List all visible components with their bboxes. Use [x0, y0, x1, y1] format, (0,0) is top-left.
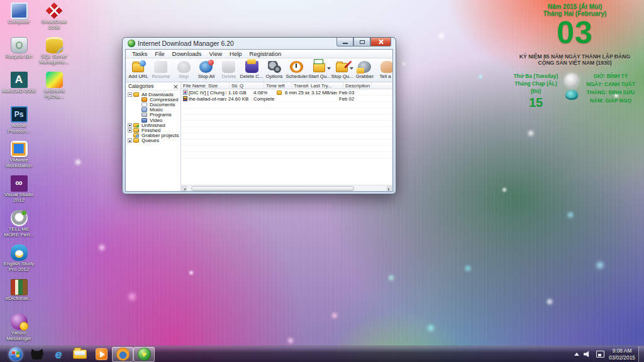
close-button[interactable]	[370, 38, 391, 47]
edictionary-icon	[11, 279, 28, 295]
options-icon	[268, 61, 281, 73]
download-row[interactable]: the-ballad-of-naray... 24.60 KB Complete…	[181, 96, 392, 102]
scroll-left-arrow[interactable]	[182, 186, 187, 191]
last-try-cell: Feb 03 ...	[337, 90, 354, 96]
categories-tree: All Downloads Compressed Documents	[126, 90, 180, 143]
file-name-cell: [DIC IV] [ Chung K...	[181, 90, 226, 96]
idm-window: Internet Download Manager 6.20 Tasks Fil…	[122, 37, 396, 194]
tell-friend-icon	[380, 61, 392, 73]
category-label: Queues	[140, 138, 160, 143]
toolbar-stop-queue[interactable]: Stop Qu...	[331, 58, 353, 82]
taskbar-app-explorer[interactable]	[69, 347, 91, 362]
menu-registration[interactable]: Registration	[246, 50, 286, 57]
column-time-left[interactable]: Time left	[264, 82, 292, 89]
column-status[interactable]: Status	[230, 82, 238, 89]
desktop-icon-pycharm[interactable]: JetBrains PyCha...	[36, 72, 72, 106]
column-transfer-rate[interactable]: Transfer rate	[292, 82, 309, 89]
download-row[interactable]: [DIC IV] [ Chung K... 1.16 GB 4.08% 6 mi…	[181, 89, 392, 96]
calendar-caption: KỶ NIỆM 85 NĂM NGÀY THÀNH LẬP ĐẢNG CỘNG …	[511, 53, 639, 67]
network-icon[interactable]	[596, 351, 604, 358]
tree-toggle-icon[interactable]	[128, 92, 132, 97]
desktop-icon-autocad[interactable]: AutoCAD 2008	[1, 72, 36, 106]
menu-help[interactable]: Help	[226, 50, 246, 57]
toolbar-button-label: Tell a F	[379, 74, 392, 79]
tray-clock[interactable]: 9:08 AM 03/02/2015	[609, 348, 635, 361]
menu-file[interactable]: File	[151, 50, 168, 57]
categories-close-icon[interactable]	[174, 84, 178, 89]
desktop-icon-edictionary[interactable]: eDictionar...	[1, 279, 36, 314]
desktop-icon-photoshop[interactable]: Adobe Photosh...	[1, 106, 36, 141]
media-player-icon	[96, 348, 108, 360]
idm-app-icon	[128, 40, 135, 47]
toolbar-stop[interactable]: Stop	[172, 58, 195, 82]
desktop-icon-computer[interactable]: Computer	[1, 3, 36, 37]
calendar-zodiac-block: GIỜ: BÍNH TÝ NGÀY: CANH TUẤT THÁNG: ĐINH…	[582, 72, 639, 105]
desktop-icon-label: VMware Workstation	[1, 158, 36, 169]
column-size[interactable]: Size	[206, 82, 230, 89]
start-button[interactable]	[5, 347, 26, 362]
taskbar-app-idm[interactable]	[133, 347, 155, 362]
desktop-icon-visual-studio[interactable]: Visual Studio 2012	[1, 175, 36, 210]
desktop-icon-label: Recycle Bin	[6, 54, 32, 60]
calendar-lunar-day: 15	[511, 96, 561, 109]
list-body: [DIC IV] [ Chung K... 1.16 GB 4.08% 6 mi…	[181, 89, 392, 185]
status-cell: 4.08%	[252, 90, 275, 96]
toolbar-delete-completed[interactable]: Delete C...	[240, 58, 263, 82]
taskbar-app-internet-explorer[interactable]: e	[48, 347, 69, 362]
toolbar-scheduler[interactable]: Scheduler	[286, 58, 308, 82]
scheduler-icon	[290, 61, 303, 73]
menu-tasks[interactable]: Tasks	[128, 50, 151, 57]
desktop-icon-tell-me-more[interactable]: TELL ME MORE Perf...	[1, 210, 36, 244]
toolbar-add-url[interactable]: Add URL	[127, 58, 150, 82]
desktop-icon-smartdraw[interactable]: SmartDraw 2008	[36, 3, 72, 37]
maximize-button[interactable]	[353, 38, 370, 47]
categories-header: Categories	[128, 83, 154, 89]
desktop-icon-english-study[interactable]: English Study Pro 2012	[1, 244, 36, 279]
desktop-icon-sql-server[interactable]: SQL Server Manageme...	[36, 37, 72, 72]
category-queues[interactable]: Queues	[128, 138, 180, 143]
desktop-icon-recycle-bin[interactable]: Recycle Bin	[1, 37, 36, 72]
taskbar-apps: e	[0, 346, 155, 362]
desktop-icon-label: TELL ME MORE Perf...	[1, 227, 36, 238]
toolbar-grabber[interactable]: Grabber	[353, 58, 376, 82]
tree-toggle-icon[interactable]	[128, 138, 132, 143]
toolbar-stop-all[interactable]: Stop All	[195, 58, 218, 82]
toolbar-resume[interactable]: Resume	[150, 58, 172, 82]
desktop-icon-vmware[interactable]: VMware Workstation	[1, 141, 36, 175]
desktop-icon-label: Computer	[8, 19, 30, 25]
minimize-button[interactable]	[336, 38, 353, 47]
photoshop-icon	[11, 106, 28, 123]
tray-expand-icon[interactable]	[574, 353, 579, 356]
toolbar-start-queue[interactable]: Start Qu...	[308, 58, 331, 82]
column-queue[interactable]: Q	[238, 82, 264, 89]
menu-view[interactable]: View	[206, 50, 226, 57]
smartdraw-icon	[46, 3, 63, 19]
desktop-icon-yahoo-messenger[interactable]: Yahoo! Messenger	[1, 314, 36, 348]
add-url-icon	[131, 61, 145, 73]
idm-toolbar: Add URL Resume Stop	[126, 58, 392, 82]
show-desktop-button[interactable]	[638, 346, 644, 362]
toolbar-tell-a-friend[interactable]: Tell a F	[376, 58, 392, 82]
column-file-name[interactable]: File Name	[181, 82, 206, 89]
taskbar-app-media-player[interactable]	[91, 347, 112, 362]
idm-titlebar[interactable]: Internet Download Manager 6.20	[125, 38, 393, 49]
calendar-year-line: Năm 2015 (Ất Mùi)	[511, 3, 639, 10]
column-last-try[interactable]: Last Try...	[309, 82, 343, 89]
scrollbar-thumb[interactable]	[191, 186, 354, 191]
finished-icon	[133, 128, 139, 133]
column-description[interactable]: Description	[343, 82, 372, 89]
calendar-year-zodiac: NĂM: GIÁP NGỌ	[582, 97, 639, 105]
delete-completed-icon	[245, 61, 258, 73]
menu-downloads[interactable]: Downloads	[169, 50, 206, 57]
scrollbar-track[interactable]	[187, 186, 386, 191]
taskbar-app-firefox[interactable]	[112, 347, 133, 362]
tree-toggle-icon[interactable]	[128, 128, 132, 133]
desktop-icon-label: Visual Studio 2012	[1, 192, 36, 204]
scroll-right-arrow[interactable]	[387, 186, 392, 191]
taskbar-app-cat[interactable]	[26, 347, 48, 362]
toolbar-delete[interactable]: Delete	[218, 58, 240, 82]
cat-app-icon	[31, 349, 43, 359]
toolbar-options[interactable]: Options	[263, 58, 286, 82]
volume-icon[interactable]	[584, 351, 592, 358]
tree-toggle-icon[interactable]	[128, 123, 132, 128]
